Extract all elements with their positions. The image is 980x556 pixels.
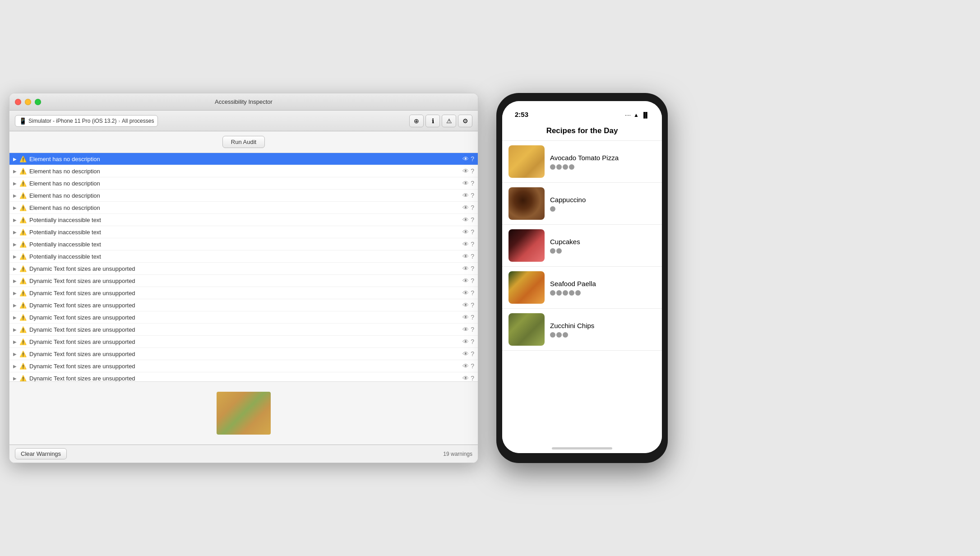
result-row[interactable]: ▶ ⚠️ Potentially inaccessible text 👁 ? — [9, 250, 478, 263]
help-icon[interactable]: ? — [471, 362, 474, 370]
info-button[interactable]: ℹ — [425, 115, 440, 127]
help-icon[interactable]: ? — [471, 277, 474, 284]
result-row[interactable]: ▶ ⚠️ Dynamic Text font sizes are unsuppo… — [9, 299, 478, 311]
eye-icon[interactable]: 👁 — [462, 241, 469, 248]
eye-icon[interactable]: 👁 — [462, 289, 469, 297]
recipe-list[interactable]: Avocado Tomato Pizza Cappuccino Cupcakes… — [502, 141, 662, 442]
result-actions: 👁 ? — [462, 350, 474, 357]
eye-icon[interactable]: 👁 — [462, 155, 469, 162]
result-row[interactable]: ▶ ⚠️ Element has no description 👁 ? — [9, 153, 478, 165]
eye-icon[interactable]: 👁 — [462, 216, 469, 223]
audit-bar: Run Audit — [9, 131, 478, 153]
results-container[interactable]: ▶ ⚠️ Element has no description 👁 ? ▶ ⚠️… — [9, 153, 478, 381]
device-selector[interactable]: 📱 Simulator - iPhone 11 Pro (iOS 13.2) ›… — [15, 115, 158, 127]
result-row[interactable]: ▶ ⚠️ Dynamic Text font sizes are unsuppo… — [9, 324, 478, 336]
clear-warnings-button[interactable]: Clear Warnings — [15, 448, 67, 459]
help-icon[interactable]: ? — [471, 192, 474, 199]
eye-icon[interactable]: 👁 — [462, 326, 469, 333]
help-icon[interactable]: ? — [471, 216, 474, 223]
help-icon[interactable]: ? — [471, 265, 474, 272]
eye-icon[interactable]: 👁 — [462, 167, 469, 175]
eye-icon[interactable]: 👁 — [462, 338, 469, 345]
warning-icon: ⚠️ — [19, 290, 27, 297]
expand-arrow: ▶ — [13, 230, 19, 235]
recipe-item[interactable]: Zucchini Chips — [502, 309, 662, 351]
result-row[interactable]: ▶ ⚠️ Potentially inaccessible text 👁 ? — [9, 214, 478, 226]
help-icon[interactable]: ? — [471, 350, 474, 357]
result-text: Potentially inaccessible text — [29, 253, 462, 260]
eye-icon[interactable]: 👁 — [462, 362, 469, 370]
result-row[interactable]: ▶ ⚠️ Dynamic Text font sizes are unsuppo… — [9, 336, 478, 348]
eye-icon[interactable]: 👁 — [462, 350, 469, 357]
eye-icon[interactable]: 👁 — [462, 265, 469, 272]
eye-icon[interactable]: 👁 — [462, 180, 469, 187]
process-label: All processes — [122, 118, 154, 124]
eye-icon[interactable]: 👁 — [462, 301, 469, 309]
expand-arrow: ▶ — [13, 352, 19, 357]
result-row[interactable]: ▶ ⚠️ Dynamic Text font sizes are unsuppo… — [9, 275, 478, 287]
help-icon[interactable]: ? — [471, 338, 474, 345]
warning-icon: ⚠️ — [19, 314, 27, 321]
settings-button[interactable]: ⚙ — [458, 115, 472, 127]
run-audit-button[interactable]: Run Audit — [222, 136, 265, 148]
info-icon: ℹ — [432, 117, 434, 125]
result-row[interactable]: ▶ ⚠️ Dynamic Text font sizes are unsuppo… — [9, 287, 478, 299]
result-row[interactable]: ▶ ⚠️ Dynamic Text font sizes are unsuppo… — [9, 372, 478, 381]
help-icon[interactable]: ? — [471, 204, 474, 211]
help-icon[interactable]: ? — [471, 326, 474, 333]
result-row[interactable]: ▶ ⚠️ Dynamic Text font sizes are unsuppo… — [9, 360, 478, 372]
help-icon[interactable]: ? — [471, 241, 474, 248]
result-actions: 👁 ? — [462, 338, 474, 345]
expand-arrow: ▶ — [13, 242, 19, 247]
crosshair-button[interactable]: ⊕ — [409, 115, 424, 127]
result-row[interactable]: ▶ ⚠️ Element has no description 👁 ? — [9, 190, 478, 202]
eye-icon[interactable]: 👁 — [462, 192, 469, 199]
help-icon[interactable]: ? — [471, 301, 474, 309]
expand-arrow: ▶ — [13, 364, 19, 369]
result-actions: 👁 ? — [462, 277, 474, 284]
warning-icon: ⚠️ — [19, 351, 27, 357]
wifi-icon: ▲ — [633, 112, 639, 118]
result-row[interactable]: ▶ ⚠️ Element has no description 👁 ? — [9, 202, 478, 214]
close-button[interactable] — [15, 99, 21, 105]
maximize-button[interactable] — [35, 99, 41, 105]
help-icon[interactable]: ? — [471, 155, 474, 162]
recipe-item[interactable]: Seafood Paella — [502, 267, 662, 309]
help-icon[interactable]: ? — [471, 180, 474, 187]
expand-arrow: ▶ — [13, 278, 19, 283]
warning-button[interactable]: ⚠ — [442, 115, 456, 127]
expand-arrow: ▶ — [13, 327, 19, 332]
eye-icon[interactable]: 👁 — [462, 375, 469, 381]
eye-icon[interactable]: 👁 — [462, 204, 469, 211]
help-icon[interactable]: ? — [471, 253, 474, 260]
recipe-item[interactable]: Cupcakes — [502, 225, 662, 267]
recipe-item[interactable]: Avocado Tomato Pizza — [502, 141, 662, 183]
result-row[interactable]: ▶ ⚠️ Dynamic Text font sizes are unsuppo… — [9, 348, 478, 360]
result-row[interactable]: ▶ ⚠️ Potentially inaccessible text 👁 ? — [9, 238, 478, 250]
result-row[interactable]: ▶ ⚠️ Element has no description 👁 ? — [9, 177, 478, 190]
help-icon[interactable]: ? — [471, 167, 474, 175]
result-row[interactable]: ▶ ⚠️ Dynamic Text font sizes are unsuppo… — [9, 263, 478, 275]
help-icon[interactable]: ? — [471, 289, 474, 297]
eye-icon[interactable]: 👁 — [462, 253, 469, 260]
eye-icon[interactable]: 👁 — [462, 277, 469, 284]
result-row[interactable]: ▶ ⚠️ Dynamic Text font sizes are unsuppo… — [9, 311, 478, 324]
eye-icon[interactable]: 👁 — [462, 314, 469, 321]
result-text: Dynamic Text font sizes are unsupported — [29, 314, 462, 321]
recipe-image — [508, 229, 545, 262]
recipe-image — [508, 313, 545, 346]
recipe-name: Zucchini Chips — [550, 322, 656, 329]
help-icon[interactable]: ? — [471, 228, 474, 236]
expand-arrow: ▶ — [13, 193, 19, 198]
recipe-item[interactable]: Cappuccino — [502, 183, 662, 225]
help-icon[interactable]: ? — [471, 375, 474, 381]
result-row[interactable]: ▶ ⚠️ Potentially inaccessible text 👁 ? — [9, 226, 478, 238]
result-actions: 👁 ? — [462, 180, 474, 187]
minimize-button[interactable] — [25, 99, 31, 105]
result-row[interactable]: ▶ ⚠️ Element has no description 👁 ? — [9, 165, 478, 177]
device-icon: 📱 — [19, 117, 27, 125]
help-icon[interactable]: ? — [471, 314, 474, 321]
result-text: Dynamic Text font sizes are unsupported — [29, 363, 462, 370]
result-text: Element has no description — [29, 168, 462, 175]
eye-icon[interactable]: 👁 — [462, 228, 469, 236]
